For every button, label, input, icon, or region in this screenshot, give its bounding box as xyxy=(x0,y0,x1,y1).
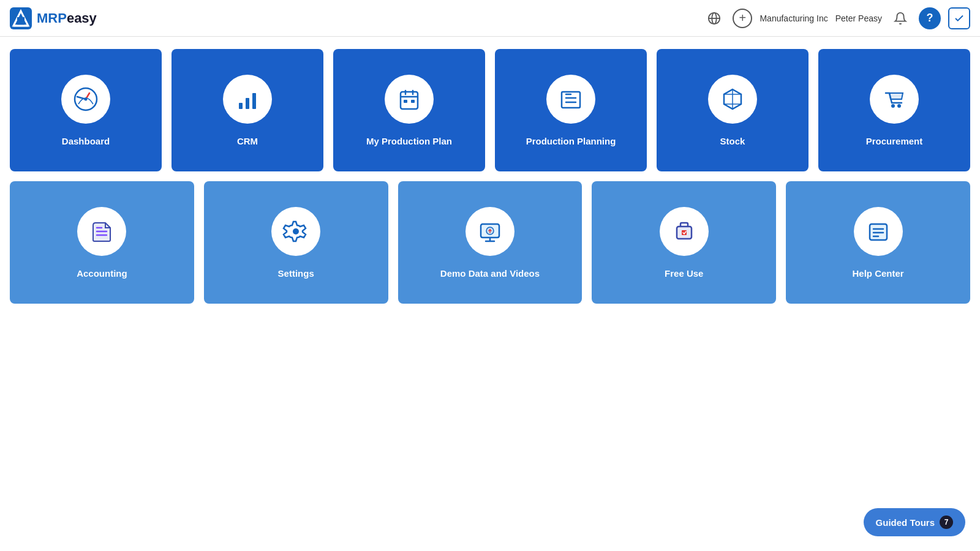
header: MRPeasy + Manufacturing Inc Peter Peasy … xyxy=(0,0,980,37)
tile-accounting[interactable]: Accounting xyxy=(10,181,194,304)
my-production-plan-icon xyxy=(396,86,423,113)
free-use-label: Free Use xyxy=(665,268,703,279)
tile-help-center[interactable]: Help Center xyxy=(786,181,970,304)
stock-icon-circle xyxy=(708,75,757,124)
checklist-button[interactable] xyxy=(948,7,970,29)
accounting-icon xyxy=(88,218,115,245)
svg-point-22 xyxy=(891,104,895,108)
crm-label: CRM xyxy=(237,136,258,146)
tile-free-use[interactable]: Free Use xyxy=(592,181,776,304)
svg-rect-2 xyxy=(17,17,24,26)
add-button[interactable]: + xyxy=(733,9,752,28)
settings-icon xyxy=(282,218,309,245)
dashboard-icon-circle xyxy=(61,75,110,124)
tiles-row-1: Dashboard CRM xyxy=(10,49,970,171)
tile-my-production-plan[interactable]: My Production Plan xyxy=(333,49,485,171)
check-icon xyxy=(954,13,965,24)
production-planning-icon xyxy=(557,86,584,113)
crm-icon xyxy=(234,86,261,113)
main-content: Dashboard CRM xyxy=(0,37,980,316)
procurement-icon xyxy=(881,86,908,113)
my-production-plan-label: My Production Plan xyxy=(366,136,452,146)
notifications-button[interactable] xyxy=(889,7,911,29)
accounting-label: Accounting xyxy=(77,268,127,279)
svg-rect-11 xyxy=(252,93,256,109)
logo[interactable]: MRPeasy xyxy=(10,7,97,29)
user-name: Peter Peasy xyxy=(835,13,882,23)
company-name: Manufacturing Inc xyxy=(760,13,827,23)
tile-procurement[interactable]: Procurement xyxy=(818,49,970,171)
free-use-icon-circle xyxy=(660,207,709,256)
svg-rect-10 xyxy=(246,98,249,109)
guided-tours-badge: 7 xyxy=(940,515,953,529)
tile-stock[interactable]: Stock xyxy=(657,49,809,171)
dashboard-label: Dashboard xyxy=(62,136,110,146)
dashboard-icon xyxy=(72,86,99,113)
svg-rect-12 xyxy=(401,92,418,109)
tile-settings[interactable]: Settings xyxy=(204,181,388,304)
guided-tours-button[interactable]: Guided Tours 7 xyxy=(864,508,965,536)
tile-dashboard[interactable]: Dashboard xyxy=(10,49,162,171)
stock-icon xyxy=(719,86,746,113)
svg-rect-9 xyxy=(239,103,243,109)
demo-data-label: Demo Data and Videos xyxy=(440,268,540,279)
help-center-icon xyxy=(865,218,892,245)
tiles-row-2: Accounting Settings xyxy=(10,181,970,304)
tile-production-planning[interactable]: Production Planning xyxy=(495,49,647,171)
logo-icon xyxy=(10,7,32,29)
accounting-icon-circle xyxy=(77,207,126,256)
header-actions: + Manufacturing Inc Peter Peasy ? xyxy=(703,7,970,29)
svg-rect-17 xyxy=(411,100,415,103)
my-production-plan-icon-circle xyxy=(385,75,434,124)
demo-data-icon xyxy=(477,218,503,245)
globe-button[interactable] xyxy=(703,7,725,29)
svg-point-23 xyxy=(897,104,901,108)
help-center-icon-circle xyxy=(854,207,903,256)
demo-data-icon-circle xyxy=(466,207,514,256)
settings-icon-circle xyxy=(271,207,320,256)
logo-text: MRPeasy xyxy=(37,10,97,26)
bell-icon xyxy=(894,12,907,25)
svg-point-27 xyxy=(293,228,299,234)
tile-demo-data[interactable]: Demo Data and Videos xyxy=(398,181,582,304)
procurement-icon-circle xyxy=(870,75,919,124)
stock-label: Stock xyxy=(720,136,745,146)
guided-tours-label: Guided Tours xyxy=(876,517,935,528)
globe-icon xyxy=(707,12,721,25)
help-center-label: Help Center xyxy=(852,268,903,279)
procurement-label: Procurement xyxy=(866,136,923,146)
production-planning-icon-circle xyxy=(546,75,595,124)
settings-label: Settings xyxy=(278,268,314,279)
svg-rect-16 xyxy=(404,100,407,103)
crm-icon-circle xyxy=(223,75,272,124)
free-use-icon xyxy=(671,218,698,245)
tile-crm[interactable]: CRM xyxy=(172,49,323,171)
help-button[interactable]: ? xyxy=(919,7,941,29)
production-planning-label: Production Planning xyxy=(526,136,616,146)
